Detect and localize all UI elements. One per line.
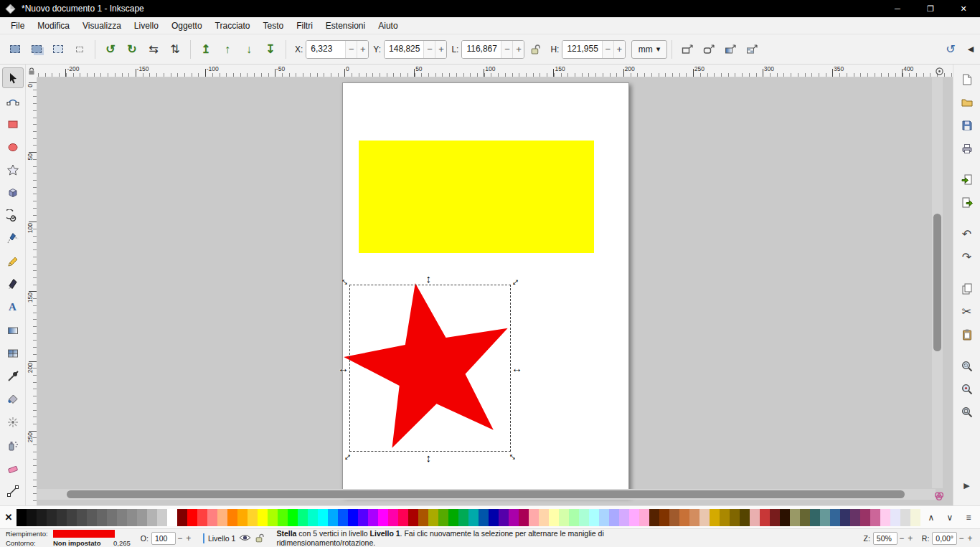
scale-corners-toggle[interactable] — [698, 39, 720, 60]
palette-swatch[interactable] — [338, 509, 348, 526]
height-value[interactable]: 121,955 — [562, 41, 601, 58]
palette-swatch[interactable] — [870, 509, 880, 526]
raise-button[interactable]: ↑ — [217, 39, 238, 60]
palette-swatch[interactable] — [489, 509, 499, 526]
palette-swatch[interactable] — [679, 509, 689, 526]
horizontal-ruler[interactable]: -200-150-100-50050100150200250300350400 — [37, 65, 953, 77]
canvas[interactable]: ↔ ↕ ↔ ↔ ↔ ↔ ↕ ↔ — [37, 77, 953, 505]
menu-item-tracciato[interactable]: Tracciato — [209, 19, 257, 33]
tool-gradient[interactable] — [2, 320, 24, 341]
opacity-field[interactable]: 100 — [151, 532, 176, 545]
new-document-button[interactable] — [956, 69, 978, 90]
paste-button[interactable] — [956, 324, 978, 345]
opacity-increment-button[interactable]: + — [184, 533, 193, 543]
palette-swatch[interactable] — [890, 509, 900, 526]
tool-pen[interactable] — [2, 228, 24, 249]
zoom-decrement-button[interactable]: − — [897, 533, 906, 543]
tool-dropper[interactable] — [2, 366, 24, 386]
scale-pattern-toggle[interactable] — [741, 39, 763, 60]
palette-swatch[interactable] — [348, 509, 358, 526]
layer-selector[interactable]: Livello 1 — [208, 534, 236, 543]
zoom-increment-button[interactable]: + — [906, 533, 915, 543]
palette-swatch[interactable] — [87, 509, 97, 526]
palette-swatch[interactable] — [258, 509, 268, 526]
palette-swatch[interactable] — [308, 509, 318, 526]
palette-swatch[interactable] — [800, 509, 810, 526]
tool-connector[interactable] — [2, 480, 24, 501]
palette-scroll-up-button[interactable]: ∧ — [922, 509, 941, 526]
minimize-button[interactable]: ─ — [881, 0, 914, 17]
palette-swatch[interactable] — [629, 509, 639, 526]
palette-swatch[interactable] — [448, 509, 458, 526]
palette-swatch[interactable] — [187, 509, 197, 526]
scale-handle-n[interactable]: ↕ — [426, 273, 432, 284]
palette-swatch[interactable] — [730, 509, 740, 526]
open-button[interactable] — [956, 92, 978, 113]
rotation-field[interactable]: 0,00° — [932, 532, 957, 545]
palette-swatch[interactable] — [358, 509, 368, 526]
rotation-increment-button[interactable]: + — [966, 533, 974, 543]
vertical-ruler[interactable]: 050100150200250 — [26, 77, 37, 505]
scale-handle-s[interactable]: ↕ — [426, 452, 432, 463]
tool-rectangle[interactable] — [2, 113, 24, 134]
palette-swatch[interactable] — [710, 509, 720, 526]
scale-gradient-toggle[interactable] — [720, 39, 741, 60]
palette-swatch[interactable] — [248, 509, 258, 526]
palette-swatch[interactable] — [539, 509, 549, 526]
tool-paint-bucket[interactable] — [2, 389, 24, 409]
zoom-selection-button[interactable] — [956, 356, 978, 376]
palette-swatch[interactable] — [840, 509, 850, 526]
menu-item-aiuto[interactable]: Aiuto — [372, 19, 404, 33]
palette-swatch[interactable] — [217, 509, 227, 526]
palette-swatch[interactable] — [880, 509, 890, 526]
palette-swatch[interactable] — [318, 509, 328, 526]
palette-swatch[interactable] — [529, 509, 539, 526]
palette-swatch[interactable] — [177, 509, 187, 526]
palette-swatch[interactable] — [408, 509, 418, 526]
menu-item-oggetto[interactable]: Oggetto — [165, 19, 209, 33]
palette-swatch[interactable] — [17, 509, 27, 526]
palette-swatch[interactable] — [479, 509, 489, 526]
palette-swatch[interactable] — [388, 509, 398, 526]
palette-swatch[interactable] — [810, 509, 820, 526]
x-decrement-button[interactable]: − — [345, 41, 357, 58]
palette-swatch[interactable] — [770, 509, 780, 526]
snap-toolbar-toggle[interactable]: ◀ — [961, 39, 980, 60]
palette-swatch[interactable] — [278, 509, 288, 526]
maximize-button[interactable]: ❐ — [914, 0, 947, 17]
palette-swatch[interactable] — [207, 509, 217, 526]
palette-swatch[interactable] — [699, 509, 710, 526]
scale-stroke-toggle[interactable] — [677, 39, 698, 60]
menu-item-testo[interactable]: Testo — [256, 19, 290, 33]
close-button[interactable]: ✕ — [947, 0, 980, 17]
palette-swatch[interactable] — [820, 509, 830, 526]
menu-item-filtri[interactable]: Filtri — [290, 19, 319, 33]
tool-node-editor[interactable] — [2, 90, 24, 111]
tool-ellipse[interactable] — [2, 136, 24, 157]
palette-swatch[interactable] — [519, 509, 529, 526]
y-position-field[interactable]: 148,825 − + — [384, 40, 447, 59]
menu-item-livello[interactable]: Livello — [128, 19, 165, 33]
palette-swatch[interactable] — [900, 509, 910, 526]
rotate-ccw-button[interactable]: ↺ — [100, 39, 121, 60]
palette-swatch[interactable] — [67, 509, 77, 526]
palette-swatch[interactable] — [368, 509, 378, 526]
deselect-button[interactable] — [47, 39, 69, 60]
palette-swatch[interactable] — [910, 509, 920, 526]
palette-swatch[interactable] — [468, 509, 479, 526]
tool-selector[interactable] — [2, 67, 24, 88]
x-increment-button[interactable]: + — [357, 41, 368, 58]
tool-mesh-gradient[interactable] — [2, 343, 24, 363]
menu-item-file[interactable]: File — [4, 19, 31, 33]
tool-tweak[interactable] — [2, 412, 24, 432]
tool-spiral[interactable] — [2, 205, 24, 226]
zoom-drawing-button[interactable] — [956, 379, 978, 399]
palette-swatch[interactable] — [57, 509, 67, 526]
palette-swatch[interactable] — [589, 509, 599, 526]
stroke-value[interactable]: Non impostato — [53, 539, 110, 547]
duplicate-button[interactable] — [956, 278, 978, 299]
height-increment-button[interactable]: + — [613, 41, 625, 58]
tool-spray[interactable] — [2, 434, 24, 455]
palette-swatch[interactable] — [669, 509, 679, 526]
palette-swatch[interactable] — [97, 509, 107, 526]
